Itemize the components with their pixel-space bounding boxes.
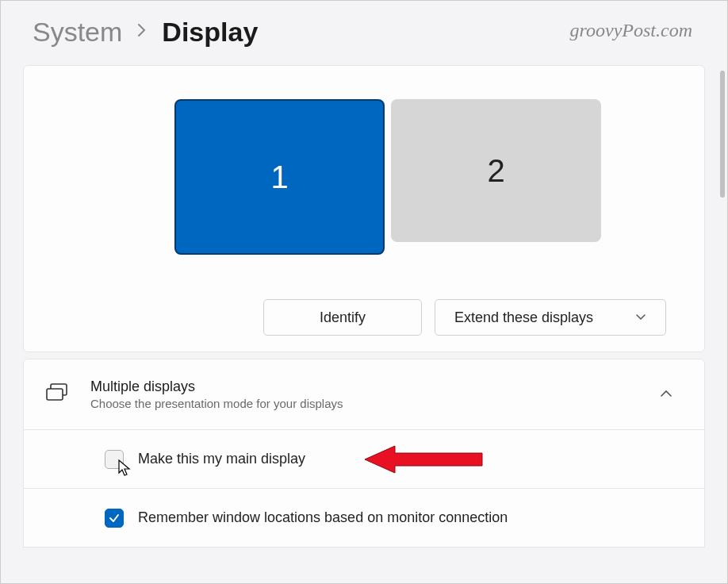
scrollbar[interactable] (720, 71, 725, 198)
remember-windows-checkbox[interactable] (105, 509, 124, 528)
main-display-checkbox[interactable] (105, 450, 124, 469)
monitor-2[interactable]: 2 (391, 99, 601, 242)
section-subtitle: Choose the presentation mode for your di… (90, 397, 650, 410)
annotation-arrow (365, 440, 484, 479)
remember-windows-label: Remember window locations based on monit… (138, 509, 508, 526)
remember-windows-option: Remember window locations based on monit… (23, 489, 705, 548)
chevron-down-icon (635, 311, 646, 324)
main-display-label: Make this my main display (138, 451, 305, 467)
breadcrumb-current: Display (162, 17, 258, 48)
svg-rect-1 (47, 389, 63, 400)
displays-icon (46, 383, 68, 405)
svg-marker-2 (365, 446, 482, 473)
extend-displays-dropdown[interactable]: Extend these displays (435, 299, 666, 336)
display-arrangement-panel: 1 2 Identify Extend these displays (23, 65, 705, 352)
multiple-displays-section[interactable]: Multiple displays Choose the presentatio… (23, 359, 705, 430)
watermark: groovyPost.com (570, 20, 692, 41)
section-title: Multiple displays (90, 378, 650, 395)
chevron-right-icon (136, 22, 148, 43)
main-display-option: Make this my main display (23, 430, 705, 489)
identify-button[interactable]: Identify (263, 299, 422, 336)
collapse-button[interactable] (650, 387, 682, 402)
monitor-1[interactable]: 1 (174, 99, 385, 255)
breadcrumb-parent[interactable]: System (33, 17, 122, 48)
